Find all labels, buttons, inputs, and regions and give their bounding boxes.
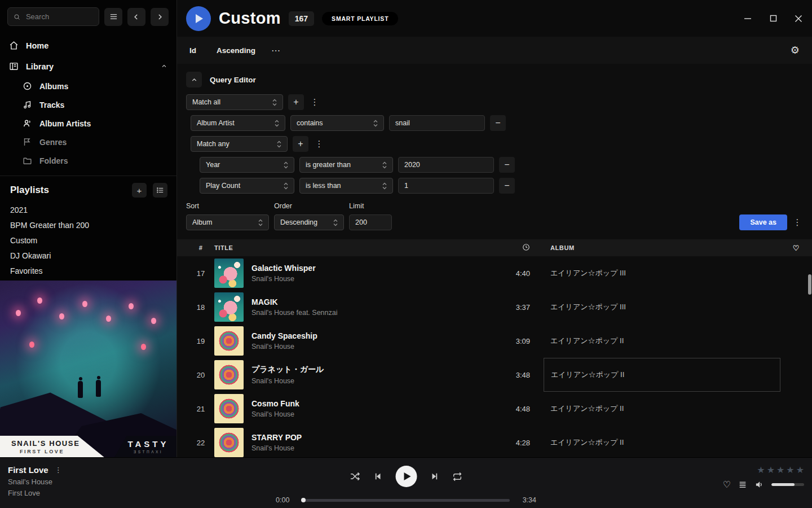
seek-handle[interactable] <box>301 498 306 502</box>
playlist-list-button[interactable] <box>153 183 167 198</box>
match-type-select[interactable]: Match any <box>191 136 288 152</box>
table-row[interactable]: 18 MAGIKSnail's House feat. Sennzai 3:37… <box>177 290 812 324</box>
star-icon[interactable]: ★ <box>757 466 765 475</box>
playlist-item[interactable]: BPM Greater than 200 <box>10 217 167 233</box>
table-row[interactable]: 20 プラネット・ガールSnail's House 3:48 エイリアン☆ポップ… <box>177 358 812 392</box>
track-thumbnail <box>214 292 244 322</box>
artwork-lantern <box>59 313 64 319</box>
sidebar-top-bar <box>0 0 176 26</box>
rule-field-select[interactable]: Album Artist <box>191 115 285 131</box>
scrollbar-thumb[interactable] <box>808 274 811 295</box>
track-duration: 3:37 <box>493 303 544 312</box>
now-playing-artwork[interactable]: SNAIL'S HOUSE FIRST LOVE TASTY ƎSTΠΛXI <box>0 281 176 457</box>
table-row[interactable]: 22 STARRY POPSnail's House 4:28 エイリアン☆ポッ… <box>177 426 812 457</box>
match-type-select[interactable]: Match all <box>186 94 283 110</box>
group-options-button[interactable]: ⋮ <box>314 136 325 152</box>
collapse-query-editor-button[interactable] <box>186 72 202 87</box>
gear-icon[interactable]: ⚙ <box>791 45 800 55</box>
track-album: エイリアン☆ポップ II <box>544 324 780 358</box>
table-row[interactable]: 21 Cosmo FunkSnail's House 4:48 エイリアン☆ポッ… <box>177 392 812 426</box>
shuffle-button[interactable] <box>350 471 361 482</box>
column-header-index[interactable]: # <box>187 244 214 251</box>
group-options-button[interactable]: ⋮ <box>309 94 320 110</box>
play-playlist-button[interactable] <box>186 6 211 31</box>
now-playing-options-button[interactable]: ⋮ <box>55 466 62 474</box>
close-icon <box>795 15 802 23</box>
sidebar-item-home[interactable]: Home <box>0 35 176 56</box>
sort-direction-control[interactable]: Ascending <box>217 46 255 55</box>
column-header-album[interactable]: ALBUM <box>544 244 780 251</box>
more-options-button[interactable]: ⋯ <box>271 45 281 56</box>
volume-button[interactable] <box>754 480 764 489</box>
limit-input[interactable] <box>349 214 392 230</box>
favorite-button[interactable]: ♡ <box>723 480 731 489</box>
track-thumbnail <box>214 326 244 356</box>
track-thumbnail <box>214 259 244 288</box>
player-bar: First Love ⋮ Snail's House First Love 0:… <box>0 457 812 508</box>
chevron-left-icon <box>133 13 140 21</box>
playlist-item[interactable]: Custom <box>10 233 167 248</box>
sidebar-item-library[interactable]: Library <box>0 56 176 77</box>
table-row[interactable]: 19 Candy SpaceshipSnail's House 3:09 エイリ… <box>177 324 812 358</box>
forward-button[interactable] <box>151 8 169 26</box>
select-chevrons-icon <box>275 120 279 127</box>
previous-track-button[interactable] <box>374 472 383 481</box>
table-header: # TITLE ALBUM ♡ <box>177 239 812 256</box>
menu-button[interactable] <box>104 8 122 26</box>
track-album: エイリアン☆ポップ III <box>544 256 780 290</box>
sidebar-item-albums[interactable]: Albums <box>0 77 176 95</box>
playlist-item[interactable]: DJ Okawari <box>10 248 167 263</box>
seek-slider[interactable] <box>302 499 510 502</box>
artwork-lantern <box>16 310 21 316</box>
save-options-button[interactable]: ⋮ <box>792 214 803 230</box>
volume-slider[interactable] <box>771 483 804 486</box>
collapse-chevron-icon[interactable] <box>161 62 167 71</box>
playlist-item[interactable]: 2021 <box>10 202 167 217</box>
repeat-icon <box>452 471 463 482</box>
column-header-duration[interactable] <box>493 243 544 252</box>
star-icon[interactable]: ★ <box>776 466 784 475</box>
star-icon[interactable]: ★ <box>796 466 804 475</box>
remove-rule-button[interactable]: − <box>499 178 515 194</box>
sort-select[interactable]: Album <box>186 214 269 230</box>
column-header-title[interactable]: TITLE <box>214 244 493 251</box>
sidebar-item-genres[interactable]: Genres <box>0 133 176 151</box>
repeat-button[interactable] <box>452 471 463 482</box>
play-pause-button[interactable] <box>396 466 417 487</box>
remove-rule-button[interactable]: − <box>490 115 506 131</box>
next-track-button[interactable] <box>430 472 439 481</box>
track-album-focused-cell[interactable]: エイリアン☆ポップ II <box>544 358 780 392</box>
sidebar-item-label: Folders <box>39 156 68 165</box>
star-icon[interactable]: ★ <box>767 466 775 475</box>
rule-operator-select[interactable]: is less than <box>299 178 393 194</box>
order-select[interactable]: Descending <box>274 214 344 230</box>
rule-value-input[interactable] <box>398 157 494 173</box>
rule-value-input[interactable] <box>389 115 485 131</box>
sort-field-control[interactable]: Id <box>189 46 196 55</box>
add-playlist-button[interactable]: + <box>132 183 147 198</box>
star-icon[interactable]: ★ <box>786 466 794 475</box>
back-button[interactable] <box>127 8 145 26</box>
rule-operator-select[interactable]: contains <box>290 115 384 131</box>
rule-field-select[interactable]: Play Count <box>200 178 294 194</box>
heart-icon[interactable]: ♡ <box>780 244 812 252</box>
add-rule-button[interactable]: + <box>293 136 308 152</box>
search-input[interactable] <box>25 12 93 21</box>
minimize-button[interactable] <box>743 14 752 23</box>
rule-field-select[interactable]: Year <box>200 157 294 173</box>
rule-operator-select[interactable]: is greater than <box>299 157 393 173</box>
select-chevrons-icon <box>272 99 277 106</box>
sidebar-item-label: Home <box>26 41 48 50</box>
table-row[interactable]: 17 Galactic WhisperSnail's House 4:40 エイ… <box>177 256 812 290</box>
add-rule-button[interactable]: + <box>288 94 304 110</box>
sidebar-item-album-artists[interactable]: Album Artists <box>0 114 176 133</box>
sidebar-item-folders[interactable]: Folders <box>0 151 176 170</box>
playlist-item[interactable]: Favorites <box>10 263 167 278</box>
rule-value-input[interactable] <box>398 178 494 194</box>
save-as-button[interactable]: Save as <box>739 214 787 230</box>
close-button[interactable] <box>794 14 803 23</box>
maximize-button[interactable] <box>769 14 778 23</box>
sidebar-item-tracks[interactable]: Tracks <box>0 95 176 114</box>
remove-rule-button[interactable]: − <box>499 157 515 173</box>
queue-button[interactable] <box>738 480 747 489</box>
